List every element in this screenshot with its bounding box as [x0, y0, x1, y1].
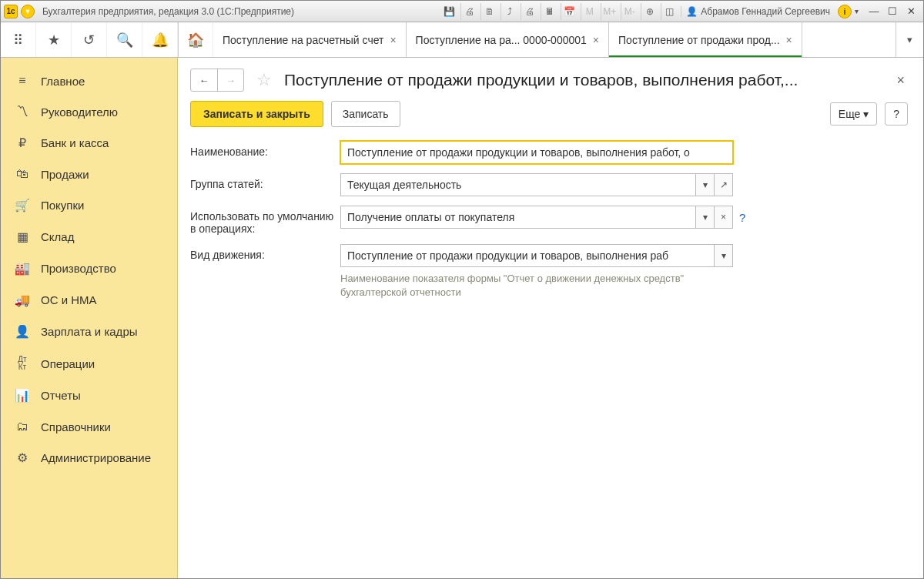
tab-close-icon[interactable]: × — [390, 34, 396, 46]
help-button[interactable]: ? — [885, 102, 908, 126]
tab-2[interactable]: Поступление на ра... 0000-000001 × — [407, 22, 609, 57]
maximize-button[interactable]: ☐ — [883, 3, 902, 20]
close-button[interactable]: ✕ — [902, 3, 920, 20]
zoom-icon[interactable]: ⊕ — [641, 3, 658, 20]
more-button[interactable]: Еще ▾ — [830, 102, 877, 126]
app-menu-dropdown[interactable]: ▼ — [21, 5, 35, 18]
tab-1[interactable]: Поступление на расчетный счет × — [213, 22, 407, 57]
notifications-icon[interactable]: 🔔 — [142, 22, 178, 57]
sidebar-item-label: ОС и НМА — [41, 293, 97, 306]
save-and-close-button[interactable]: Записать и закрыть — [190, 101, 323, 127]
sidebar-item-sales[interactable]: 🛍Продажи — [1, 159, 177, 189]
tab-close-icon[interactable]: × — [786, 34, 792, 46]
user-name-label: Абрамов Геннадий Сергеевич — [701, 6, 830, 17]
export-icon[interactable]: ⤴ — [500, 3, 517, 20]
page-close-button[interactable]: × — [893, 72, 908, 89]
memory-m-icon[interactable]: M — [581, 3, 598, 20]
sidebar-item-bank[interactable]: ₽Банк и касса — [1, 127, 177, 159]
more-label: Еще — [839, 108, 861, 120]
menu-icon: ≡ — [15, 74, 30, 88]
sidebar-item-label: Операции — [41, 357, 95, 370]
calendar-icon[interactable]: 📅 — [561, 3, 578, 20]
app-window: 1c ▼ Бухгалтерия предприятия, редакция 3… — [0, 0, 924, 579]
forward-button[interactable]: → — [217, 69, 243, 91]
favorites-icon[interactable]: ★ — [36, 22, 72, 57]
group-open-button[interactable]: ↗ — [714, 174, 732, 196]
sidebar-item-warehouse[interactable]: ▦Склад — [1, 221, 177, 253]
save-button[interactable]: Записать — [331, 101, 400, 127]
sidebar-item-catalogs[interactable]: 🗂Справочники — [1, 411, 177, 442]
search-icon[interactable]: 🔍 — [107, 22, 142, 57]
tab-close-icon[interactable]: × — [593, 34, 599, 46]
sidebar-item-admin[interactable]: ⚙Администрирование — [1, 442, 177, 474]
group-input[interactable] — [341, 174, 695, 196]
default-help-icon[interactable]: ? — [739, 211, 745, 224]
movement-input[interactable] — [341, 245, 714, 266]
sidebar-item-purchases[interactable]: 🛒Покупки — [1, 189, 177, 221]
sidebar-item-label: Справочники — [41, 420, 111, 433]
calc-icon[interactable]: 🖩 — [541, 3, 557, 20]
default-clear-button[interactable]: × — [714, 206, 732, 228]
page-header: ← → ☆ Поступление от продажи продукции и… — [178, 58, 923, 96]
name-input[interactable] — [341, 142, 732, 163]
sidebar-item-label: Отчеты — [41, 389, 81, 402]
default-label: Использовать по умолчанию в операциях: — [190, 206, 340, 235]
chevron-down-icon: ▾ — [863, 108, 869, 120]
sidebar-item-manager[interactable]: 〽Руководителю — [1, 96, 177, 127]
chart-icon: 📊 — [15, 388, 30, 403]
name-label: Наименование: — [190, 141, 340, 158]
movement-dropdown-button[interactable]: ▾ — [714, 245, 732, 266]
tab-label: Поступление на расчетный счет — [223, 34, 383, 46]
sidebar-item-operations[interactable]: ДтКтОперации — [1, 347, 177, 380]
memory-mminus-icon[interactable]: M- — [621, 3, 638, 20]
body: ≡Главное 〽Руководителю ₽Банк и касса 🛍Пр… — [1, 58, 923, 578]
history-icon[interactable]: ↺ — [72, 22, 107, 57]
favorite-star-icon[interactable]: ☆ — [256, 70, 272, 90]
form-row-group: Группа статей: ▾ ↗ — [190, 173, 908, 196]
group-dropdown-button[interactable]: ▾ — [695, 174, 714, 196]
tab-label: Поступление от продажи прод... — [618, 34, 780, 46]
memory-mplus-icon[interactable]: M+ — [601, 3, 618, 20]
sidebar-item-hr[interactable]: 👤Зарплата и кадры — [1, 316, 177, 347]
info-chevron-icon[interactable]: ▾ — [855, 7, 859, 15]
print-icon[interactable]: 🖨 — [460, 3, 477, 20]
sidebar-item-label: Зарплата и кадры — [41, 325, 138, 338]
toolbar: ⠿ ★ ↺ 🔍 🔔 🏠 Поступление на расчетный сче… — [1, 22, 923, 58]
minimize-button[interactable]: — — [865, 3, 883, 20]
name-input-wrap — [340, 141, 733, 164]
sidebar-item-production[interactable]: 🏭Производство — [1, 253, 177, 284]
home-button[interactable]: 🏠 — [178, 22, 213, 57]
sidebar-item-label: Покупки — [41, 199, 84, 212]
sidebar-item-label: Главное — [41, 75, 85, 88]
grid-icon: ▦ — [15, 229, 30, 244]
back-button[interactable]: ← — [191, 69, 217, 91]
form-row-name: Наименование: — [190, 141, 908, 164]
info-icon[interactable]: i — [838, 5, 852, 18]
user-block[interactable]: 👤 Абрамов Геннадий Сергеевич — [681, 6, 835, 17]
bag-icon: 🛍 — [15, 167, 30, 181]
sidebar-item-label: Продажи — [41, 168, 89, 181]
cart-icon: 🛒 — [15, 198, 30, 213]
main-content: ← → ☆ Поступление от продажи продукции и… — [178, 58, 923, 578]
movement-input-wrap: ▾ — [340, 244, 733, 267]
default-input[interactable] — [341, 206, 695, 228]
default-input-wrap: ▾ × — [340, 206, 733, 229]
print2-icon[interactable]: 🖨 — [521, 3, 537, 20]
save-icon[interactable]: 💾 — [440, 3, 457, 20]
sidebar-item-main[interactable]: ≡Главное — [1, 65, 177, 96]
sidebar: ≡Главное 〽Руководителю ₽Банк и касса 🛍Пр… — [1, 58, 178, 578]
document-icon[interactable]: 🗎 — [480, 3, 497, 20]
ruble-icon: ₽ — [15, 136, 30, 150]
apps-icon[interactable]: ⠿ — [1, 22, 36, 57]
person-icon: 👤 — [15, 324, 30, 339]
group-label: Группа статей: — [190, 173, 340, 190]
nav-history-buttons: ← → — [190, 69, 244, 92]
panel-icon[interactable]: ◫ — [661, 3, 678, 20]
default-dropdown-button[interactable]: ▾ — [695, 206, 714, 228]
tab-label: Поступление на ра... 0000-000001 — [416, 34, 587, 46]
books-icon: 🗂 — [15, 420, 30, 433]
tab-3[interactable]: Поступление от продажи прод... × — [609, 22, 802, 57]
sidebar-item-reports[interactable]: 📊Отчеты — [1, 380, 177, 411]
tabs-more-button[interactable]: ▾ — [896, 22, 923, 57]
sidebar-item-assets[interactable]: 🚚ОС и НМА — [1, 284, 177, 316]
